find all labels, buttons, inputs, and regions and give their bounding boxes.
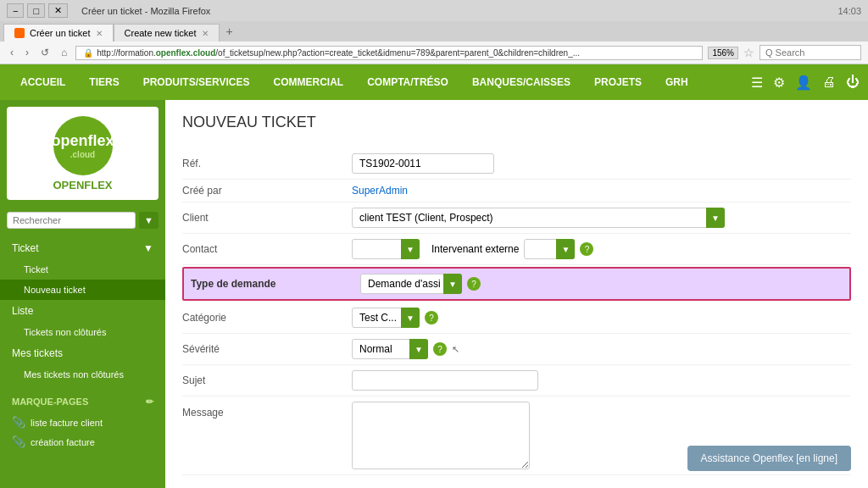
type-demande-select[interactable]: Demande d'assis... Incident Demande xyxy=(360,274,462,294)
sujet-input[interactable] xyxy=(352,370,538,391)
bookmarks-section-label: MARQUE-PAGES ✏ xyxy=(0,391,165,413)
nav-tiers[interactable]: TIERS xyxy=(77,64,131,100)
sidebar-menu: Ticket ▼ Ticket Nouveau ticket Liste Tic… xyxy=(0,234,165,388)
minimize-button[interactable]: − xyxy=(7,3,24,18)
tab-favicon xyxy=(14,28,25,38)
window-controls[interactable]: − □ ✕ xyxy=(7,3,68,18)
window-title: Créer un ticket - Mozilla Firefox xyxy=(81,6,210,16)
severite-select[interactable]: Normal Haute Basse xyxy=(352,339,428,359)
settings-icon[interactable]: ⚙ xyxy=(773,75,785,91)
cree-par-field: SuperAdmin xyxy=(352,185,851,197)
tab-create-ticket[interactable]: Create new ticket ✕ xyxy=(114,24,220,42)
address-bar: ‹ › ↺ ⌂ 🔒 http://formation.openflex.clou… xyxy=(0,42,868,64)
sidebar-item-label: Mes tickets xyxy=(12,347,63,359)
bookmark-edit-icon[interactable]: ✏ xyxy=(146,396,153,408)
type-demande-help-icon[interactable]: ? xyxy=(467,277,481,291)
back-button[interactable]: ‹ xyxy=(7,45,17,60)
address-input-wrapper[interactable]: 🔒 http://formation.openflex.cloud/of_tic… xyxy=(75,46,703,60)
form-row-ref: Réf. xyxy=(182,148,851,180)
message-label: Message xyxy=(182,402,352,419)
hamburger-menu-icon[interactable]: ☰ xyxy=(751,75,763,91)
chevron-icon: ▼ xyxy=(143,242,153,254)
refresh-button[interactable]: ↺ xyxy=(37,45,53,60)
print-icon[interactable]: 🖨 xyxy=(822,75,836,90)
client-input[interactable] xyxy=(352,208,725,228)
browser-tabs: Créer un ticket ✕ Create new ticket ✕ + xyxy=(0,21,868,42)
forward-button[interactable]: › xyxy=(22,45,32,60)
logo-area: openflex .cloud OPENFLEX xyxy=(7,107,159,200)
form-row-sujet: Sujet xyxy=(182,365,851,396)
form-row-client: Client ▼ xyxy=(182,202,851,234)
tab-creer-ticket[interactable]: Créer un ticket ✕ xyxy=(3,24,114,42)
restore-button[interactable]: □ xyxy=(27,3,45,18)
bookmark-icon-1: 📎 xyxy=(12,416,25,429)
user-icon[interactable]: 👤 xyxy=(795,75,812,91)
zoom-level: 156% xyxy=(708,47,738,59)
severite-select-wrapper: Normal Haute Basse ▼ xyxy=(352,339,428,359)
bookmark-creation-facture[interactable]: 📎 création facture xyxy=(0,432,165,452)
intervenant-help-icon[interactable]: ? xyxy=(580,242,593,256)
type-demande-select-wrapper: Demande d'assis... Incident Demande ▼ xyxy=(360,274,462,294)
sujet-label: Sujet xyxy=(182,374,352,386)
sidebar-search-input[interactable] xyxy=(7,212,136,229)
assistance-button[interactable]: Assistance Openflex [en ligne] xyxy=(687,446,851,471)
nav-compta[interactable]: COMPTA/TRÉSO xyxy=(355,64,460,100)
logo-circle: openflex .cloud xyxy=(53,116,113,175)
ref-label: Réf. xyxy=(182,158,352,169)
severite-help-icon[interactable]: ? xyxy=(433,342,447,356)
new-tab-button[interactable]: + xyxy=(220,21,240,42)
ref-input[interactable] xyxy=(352,153,494,174)
type-demande-label: Type de demande xyxy=(191,278,360,290)
severite-label: Sévérité xyxy=(182,343,352,355)
sidebar-search-area: ▼ xyxy=(0,207,165,234)
sidebar-item-mes-tickets-non-clotures[interactable]: Mes tickets non clôturés xyxy=(0,364,165,385)
ref-field xyxy=(352,153,851,174)
sidebar-item-tickets-non-clotures[interactable]: Tickets non clôturés xyxy=(0,322,165,342)
browser-search-input[interactable] xyxy=(760,45,861,60)
nav-grh[interactable]: GRH xyxy=(654,64,700,100)
categorie-select[interactable]: Test C... Test Cut xyxy=(352,308,420,328)
contact-label: Contact xyxy=(182,243,352,255)
sidebar-item-nouveau-ticket[interactable]: Nouveau ticket xyxy=(0,280,165,300)
contact-select[interactable] xyxy=(352,239,420,259)
sidebar-search-button[interactable]: ▼ xyxy=(139,212,159,229)
sidebar-item-label: Liste xyxy=(12,305,33,317)
tab-close-2[interactable]: ✕ xyxy=(202,29,209,38)
form-row-type-demande: Type de demande Demande d'assis... Incid… xyxy=(182,267,851,301)
sidebar-item-ticket-parent[interactable]: Ticket ▼ xyxy=(0,237,165,259)
power-icon[interactable]: ⏻ xyxy=(846,75,860,90)
sidebar-item-label: Ticket xyxy=(24,264,48,274)
form-row-contact: Contact ▼ Intervenant externe ▼ ? xyxy=(182,234,851,265)
bookmark-liste-facture[interactable]: 📎 liste facture client xyxy=(0,413,165,432)
close-button[interactable]: ✕ xyxy=(48,3,68,18)
bookmark-icon-2: 📎 xyxy=(12,435,25,448)
nav-accueil[interactable]: ACCUEIL xyxy=(8,64,77,100)
home-button[interactable]: ⌂ xyxy=(58,45,70,60)
categorie-label: Catégorie xyxy=(182,312,352,324)
nav-banques[interactable]: BANQUES/CAISSES xyxy=(460,64,582,100)
bookmark-star[interactable]: ☆ xyxy=(743,46,754,59)
message-textarea[interactable] xyxy=(352,402,530,469)
url-display: http://formation.openflex.cloud/of_ticke… xyxy=(97,48,580,58)
nav-projets[interactable]: PROJETS xyxy=(582,64,654,100)
sidebar-item-mes-tickets[interactable]: Mes tickets xyxy=(0,342,165,364)
page-wrapper: openflex .cloud OPENFLEX ▼ Ticket ▼ Tick… xyxy=(0,100,868,488)
categorie-field: Test C... Test Cut ▼ ? xyxy=(352,308,851,328)
contact-field: ▼ Intervenant externe ▼ ? xyxy=(352,239,851,259)
categorie-help-icon[interactable]: ? xyxy=(425,311,438,324)
nav-produits[interactable]: PRODUITS/SERVICES xyxy=(131,64,262,100)
intervenant-select[interactable] xyxy=(524,239,575,259)
system-time: 14:03 xyxy=(837,6,861,16)
form-row-severite: Sévérité Normal Haute Basse ▼ ? ↖ xyxy=(182,334,851,365)
sidebar-item-label: Mes tickets non clôturés xyxy=(24,369,124,380)
titlebar-right: 14:03 xyxy=(837,6,861,16)
client-select-wrapper: ▼ xyxy=(352,208,725,228)
tab-close-1[interactable]: ✕ xyxy=(96,29,103,38)
nav-commercial[interactable]: COMMERCIAL xyxy=(262,64,356,100)
sidebar-item-liste[interactable]: Liste xyxy=(0,300,165,322)
tab-label-1: Créer un ticket xyxy=(30,28,91,38)
cree-par-value[interactable]: SuperAdmin xyxy=(352,185,408,197)
client-label: Client xyxy=(182,212,352,224)
tab-label-2: Create new ticket xyxy=(125,28,197,38)
sidebar-item-ticket[interactable]: Ticket xyxy=(0,259,165,280)
